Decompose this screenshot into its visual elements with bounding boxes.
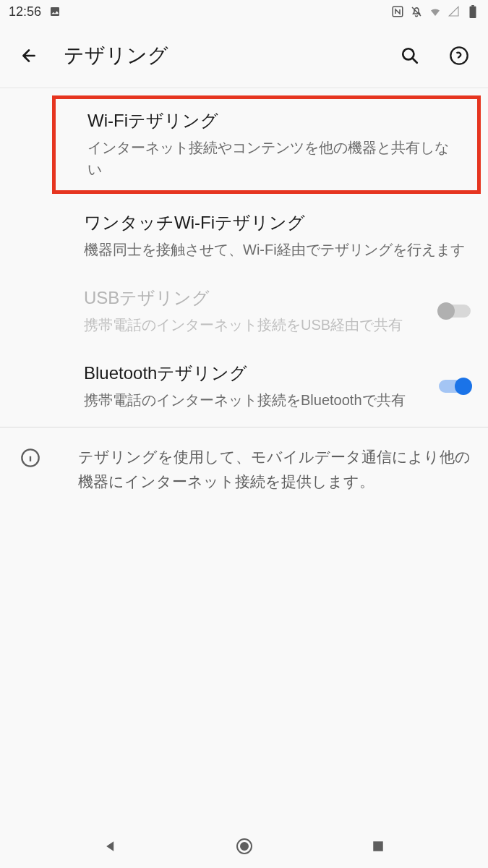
navigation-bar bbox=[0, 825, 488, 868]
settings-list: Wi-Fiテザリング インターネット接続やコンテンツを他の機器と共有しない ワン… bbox=[0, 95, 488, 508]
item-title: Wi-Fiテザリング bbox=[87, 109, 463, 132]
divider bbox=[0, 427, 488, 427]
mute-icon bbox=[410, 5, 423, 18]
nfc-icon bbox=[391, 5, 404, 18]
bluetooth-tethering-item[interactable]: Bluetoothテザリング 携帯電話のインターネット接続をBluetoothで… bbox=[0, 349, 488, 424]
search-button[interactable] bbox=[395, 41, 424, 70]
usb-tethering-switch bbox=[439, 304, 471, 318]
svg-rect-9 bbox=[373, 841, 383, 851]
svg-rect-3 bbox=[471, 5, 474, 7]
item-title: Bluetoothテザリング bbox=[84, 362, 430, 385]
info-text: テザリングを使用して、モバイルデータ通信により他の機器にインターネット接続を提供… bbox=[78, 445, 471, 493]
item-title: ワンタッチWi-Fiテザリング bbox=[84, 211, 471, 234]
info-icon bbox=[20, 448, 40, 468]
wifi-tethering-item[interactable]: Wi-Fiテザリング インターネット接続やコンテンツを他の機器と共有しない bbox=[52, 95, 481, 194]
svg-rect-0 bbox=[51, 7, 59, 16]
svg-rect-2 bbox=[470, 7, 476, 18]
battery-icon bbox=[466, 5, 479, 18]
page-title: テザリング bbox=[64, 42, 375, 69]
item-title: USBテザリング bbox=[84, 286, 430, 310]
usb-tethering-item: USBテザリング 携帯電話のインターネット接続をUSB経由で共有 bbox=[0, 273, 488, 349]
app-bar: テザリング bbox=[0, 23, 488, 88]
status-time: 12:56 bbox=[9, 4, 41, 20]
back-button[interactable] bbox=[14, 41, 43, 70]
status-bar: 12:56 bbox=[0, 0, 488, 23]
signal-icon bbox=[448, 5, 461, 18]
item-desc: 機器同士を接触させて、Wi-Fi経由でテザリングを行えます bbox=[84, 239, 471, 260]
nav-home-button[interactable] bbox=[233, 835, 256, 858]
item-desc: インターネット接続やコンテンツを他の機器と共有しない bbox=[87, 137, 463, 180]
item-desc: 携帯電話のインターネット接続をUSB経由で共有 bbox=[84, 314, 430, 336]
svg-point-8 bbox=[241, 843, 248, 850]
image-icon bbox=[48, 5, 61, 18]
wifi-icon bbox=[429, 5, 442, 18]
nav-back-button[interactable] bbox=[99, 835, 122, 858]
nav-recent-button[interactable] bbox=[367, 835, 390, 858]
item-desc: 携帯電話のインターネット接続をBluetoothで共有 bbox=[84, 389, 430, 411]
bluetooth-tethering-switch[interactable] bbox=[439, 379, 471, 393]
info-section: テザリングを使用して、モバイルデータ通信により他の機器にインターネット接続を提供… bbox=[0, 430, 488, 508]
onetouch-wifi-tethering-item[interactable]: ワンタッチWi-Fiテザリング 機器同士を接触させて、Wi-Fi経由でテザリング… bbox=[0, 198, 488, 273]
help-button[interactable] bbox=[445, 41, 474, 70]
